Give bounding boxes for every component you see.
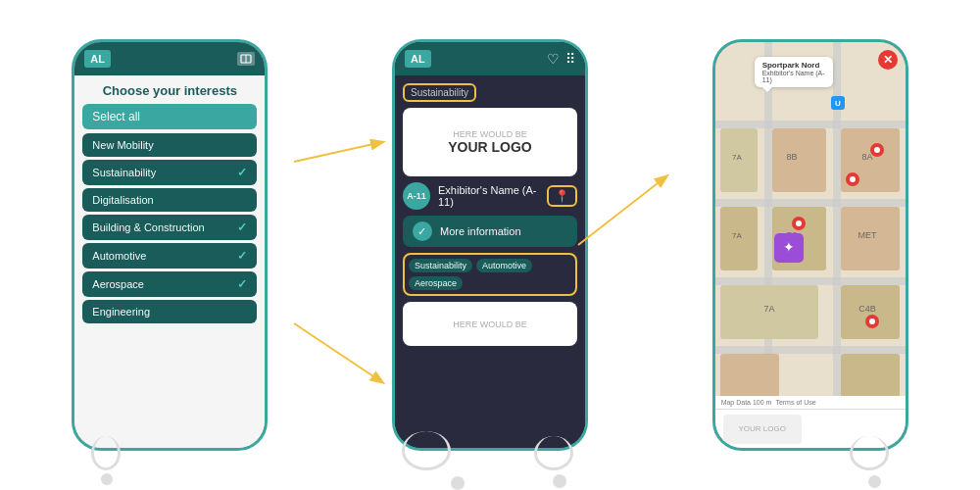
earbud-phone3 xyxy=(868,475,881,488)
svg-text:7A: 7A xyxy=(732,231,742,240)
interest-sustainability[interactable]: Sustainability xyxy=(82,160,257,185)
map-tooltip: Sportpark Nord Exhibitor's Name (A- 11) xyxy=(755,57,833,87)
earphone-right2 xyxy=(534,436,573,470)
svg-line-39 xyxy=(294,142,382,162)
map-tooltip-location: Sportpark Nord xyxy=(762,61,825,70)
select-all-button[interactable]: Select all xyxy=(82,104,257,129)
earphone-phone3 xyxy=(850,436,889,470)
more-info-row[interactable]: ✓ More information xyxy=(403,216,577,247)
interest-aerospace[interactable]: Aerospace xyxy=(82,271,257,297)
interest-new-mobility[interactable]: New Mobility xyxy=(82,133,257,157)
location-pin-icon: 📍 xyxy=(555,189,569,203)
logo-small-text-2: HERE WOULD BE xyxy=(453,319,527,329)
interests-title: Choose your interests xyxy=(82,83,257,98)
scene: AL Choose your interests Select all New … xyxy=(0,0,980,490)
svg-rect-18 xyxy=(841,354,900,396)
phone-3-wrapper: ✕ xyxy=(712,39,908,451)
phone-1-header-icons xyxy=(237,52,255,66)
interest-digitalisation[interactable]: Digitalisation xyxy=(82,188,257,212)
phone-1: AL Choose your interests Select all New … xyxy=(72,39,268,451)
svg-rect-7 xyxy=(764,42,772,396)
map-close-button[interactable]: ✕ xyxy=(878,50,898,70)
svg-point-36 xyxy=(869,318,875,324)
phone-1-screen: AL Choose your interests Select all New … xyxy=(74,42,265,448)
phone-2-header-icons: ♡ ⠿ xyxy=(547,51,575,67)
phone-2-content: Sustainability HERE WOULD BE YOUR LOGO A… xyxy=(395,75,585,448)
map-data-label: Map Data 100 m xyxy=(721,399,772,406)
terms-label: Terms of Use xyxy=(775,399,815,406)
logo-placeholder: HERE WOULD BE YOUR LOGO xyxy=(403,108,577,176)
tag-aerospace[interactable]: Aerospace xyxy=(409,276,463,290)
logo-big-text: YOUR LOGO xyxy=(448,139,532,155)
check-circle-icon: ✓ xyxy=(413,221,432,241)
phone-1-logo: AL xyxy=(84,50,111,68)
svg-rect-6 xyxy=(715,346,906,354)
phone-2-screen: AL ♡ ⠿ Sustainability HERE WOULD BE YOUR… xyxy=(395,42,585,448)
earphone-right xyxy=(402,431,451,470)
phone-2-logo: AL xyxy=(405,50,431,68)
interest-engineering[interactable]: Engineering xyxy=(82,300,257,323)
svg-point-34 xyxy=(796,220,802,226)
translate-icon[interactable] xyxy=(237,52,255,66)
exhibitor-name: Exhibitor's Name (A-11) xyxy=(438,184,539,208)
svg-text:7A: 7A xyxy=(763,304,774,314)
interest-automotive[interactable]: Automotive xyxy=(82,243,257,269)
map-bottom-logo: YOUR LOGO xyxy=(723,415,802,444)
earbud-left xyxy=(101,473,113,485)
svg-rect-8 xyxy=(833,42,841,396)
tag-automotive[interactable]: Automotive xyxy=(476,259,532,272)
svg-rect-9 xyxy=(772,128,826,192)
map-container[interactable]: 8B 8A 7A 7A B3 MET 7A C4B ✦ xyxy=(715,42,906,396)
exhibitor-badge: A-11 xyxy=(403,182,430,210)
grid-icon[interactable]: ⠿ xyxy=(565,51,575,67)
svg-line-40 xyxy=(294,323,382,382)
phone-2-wrapper: AL ♡ ⠿ Sustainability HERE WOULD BE YOUR… xyxy=(392,39,588,451)
earbud-right2 xyxy=(553,474,566,488)
svg-rect-4 xyxy=(715,199,906,207)
svg-text:7A: 7A xyxy=(732,153,742,162)
svg-text:8A: 8A xyxy=(861,152,872,162)
svg-text:C4B: C4B xyxy=(858,304,876,314)
location-button[interactable]: 📍 xyxy=(547,185,577,207)
svg-line-41 xyxy=(578,176,666,245)
map-svg: 8B 8A 7A 7A B3 MET 7A C4B ✦ xyxy=(715,42,906,396)
earphone-left xyxy=(91,436,121,470)
tags-row: Sustainability Automotive Aerospace xyxy=(403,253,577,296)
earbud-right xyxy=(451,476,465,490)
heart-icon[interactable]: ♡ xyxy=(547,51,560,67)
tag-sustainability[interactable]: Sustainability xyxy=(409,259,472,272)
interest-building[interactable]: Building & Construction xyxy=(82,215,257,240)
map-footer: Map Data 100 m Terms of Use xyxy=(715,396,906,409)
phone-3: ✕ xyxy=(712,39,908,451)
svg-text:MET: MET xyxy=(858,230,877,240)
map-logo-text: YOUR LOGO xyxy=(738,424,785,433)
phone-1-wrapper: AL Choose your interests Select all New … xyxy=(72,39,268,451)
svg-point-30 xyxy=(874,147,880,153)
phone-1-header: AL xyxy=(74,42,265,75)
phone-2-header: AL ♡ ⠿ xyxy=(395,42,585,75)
exhibitor-row: A-11 Exhibitor's Name (A-11) 📍 xyxy=(403,182,577,210)
more-info-text: More information xyxy=(440,225,521,237)
map-tooltip-exhibitor2: 11) xyxy=(762,76,825,83)
svg-rect-3 xyxy=(715,121,906,128)
phone-3-screen: 8B 8A 7A 7A B3 MET 7A C4B ✦ xyxy=(715,42,906,448)
svg-point-32 xyxy=(850,176,856,182)
phone-2: AL ♡ ⠿ Sustainability HERE WOULD BE YOUR… xyxy=(392,39,588,451)
svg-text:U: U xyxy=(835,99,841,108)
svg-rect-5 xyxy=(715,277,906,285)
svg-text:8B: 8B xyxy=(786,152,797,162)
svg-text:✦: ✦ xyxy=(783,239,795,255)
svg-rect-17 xyxy=(720,354,779,396)
logo-small-text: HERE WOULD BE xyxy=(453,129,527,139)
sustainability-tag: Sustainability xyxy=(403,83,476,102)
logo-placeholder-2: HERE WOULD BE xyxy=(403,302,577,346)
map-tooltip-exhibitor: Exhibitor's Name (A- xyxy=(762,70,825,76)
interests-content: Choose your interests Select all New Mob… xyxy=(74,75,265,448)
